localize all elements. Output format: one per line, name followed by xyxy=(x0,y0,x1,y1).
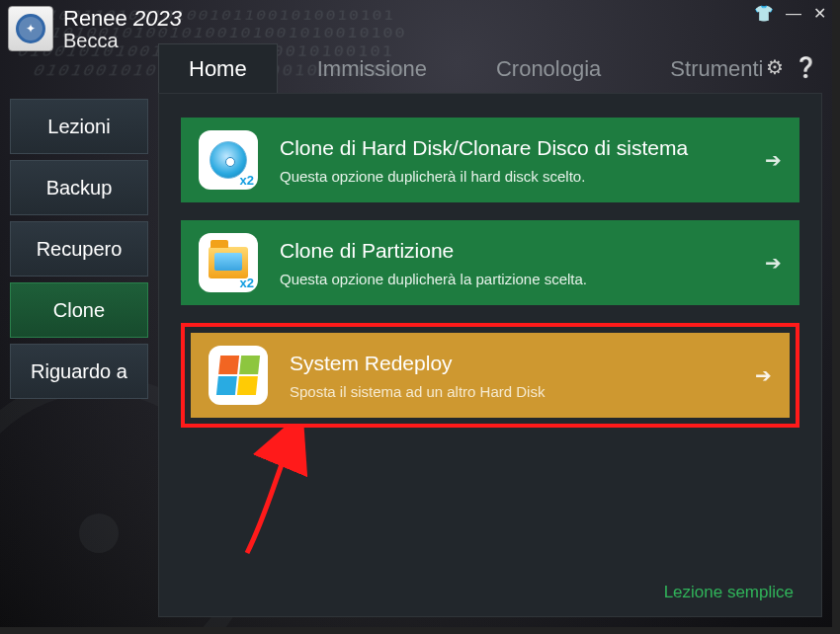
option-title: System Redeploy xyxy=(290,352,755,375)
sidebar-item-recupero[interactable]: Recupero xyxy=(10,221,148,277)
option-subtitle: Questa opzione duplicherà la partizione … xyxy=(280,271,765,287)
windows-logo-icon xyxy=(216,356,260,395)
sidebar-item-riguardo[interactable]: Riguardo a xyxy=(10,344,148,399)
tab-immissione[interactable]: Immissione xyxy=(288,44,457,96)
close-button[interactable]: ✕ xyxy=(813,4,826,23)
sidebar: Lezioni Backup Recupero Clone Riguardo a xyxy=(10,99,148,405)
settings-icon[interactable]: ⚙ xyxy=(766,55,784,79)
minimize-button[interactable]: — xyxy=(786,5,801,23)
footer-link-lezione-semplice[interactable]: Lezione semplice xyxy=(664,583,794,602)
app-logo: ✦ xyxy=(8,6,53,51)
arrow-right-icon: ➔ xyxy=(755,363,772,387)
clone-partition-icon: x2 xyxy=(199,233,258,292)
folder-icon xyxy=(209,247,248,278)
option-subtitle: Questa opzione duplicherà il hard disck … xyxy=(280,168,765,185)
option-subtitle: Sposta il sistema ad un altro Hard Disk xyxy=(290,383,755,400)
option-text: System Redeploy Sposta il sistema ad un … xyxy=(290,352,755,400)
tab-home[interactable]: Home xyxy=(158,43,278,96)
tab-cronologia[interactable]: Cronologia xyxy=(466,44,630,96)
x2-badge: x2 xyxy=(240,276,254,290)
skin-icon[interactable]: 👕 xyxy=(754,4,774,23)
header-right-icons: ⚙ ❔ xyxy=(766,55,818,79)
system-redeploy-icon xyxy=(209,346,268,405)
clone-disk-icon: x2 xyxy=(199,130,258,190)
sidebar-item-clone[interactable]: Clone xyxy=(10,282,148,338)
x2-badge: x2 xyxy=(240,173,254,188)
app-name: Renee xyxy=(63,6,133,31)
window-controls: 👕 — ✕ xyxy=(754,4,826,23)
option-text: Clone di Hard Disk/Clonare Disco di sist… xyxy=(280,136,765,185)
sidebar-item-lezioni[interactable]: Lezioni xyxy=(10,99,148,154)
app-title-line-1: Renee 2023 xyxy=(63,6,182,32)
main-panel: x2 Clone di Hard Disk/Clonare Disco di s… xyxy=(158,93,822,617)
option-clone-hard-disk[interactable]: x2 Clone di Hard Disk/Clonare Disco di s… xyxy=(181,118,799,202)
app-window: 0100110100101001011001010010101 10100101… xyxy=(0,0,832,627)
app-year: 2023 xyxy=(133,6,182,31)
arrow-right-icon: ➔ xyxy=(765,251,782,275)
option-clone-partition[interactable]: x2 Clone di Partizione Questa opzione du… xyxy=(181,220,799,305)
option-text: Clone di Partizione Questa opzione dupli… xyxy=(280,239,765,287)
sidebar-item-backup[interactable]: Backup xyxy=(10,160,148,215)
option-system-redeploy[interactable]: System Redeploy Sposta il sistema ad un … xyxy=(191,333,790,418)
highlight-box: System Redeploy Sposta il sistema ad un … xyxy=(181,323,799,428)
top-tabs: Home Immissione Cronologia Strumenti xyxy=(158,43,794,96)
help-icon[interactable]: ❔ xyxy=(794,55,818,79)
vault-dial-icon: ✦ xyxy=(16,14,45,43)
arrow-right-icon: ➔ xyxy=(765,148,782,172)
option-title: Clone di Partizione xyxy=(280,239,765,263)
option-title: Clone di Hard Disk/Clonare Disco di sist… xyxy=(280,136,765,160)
